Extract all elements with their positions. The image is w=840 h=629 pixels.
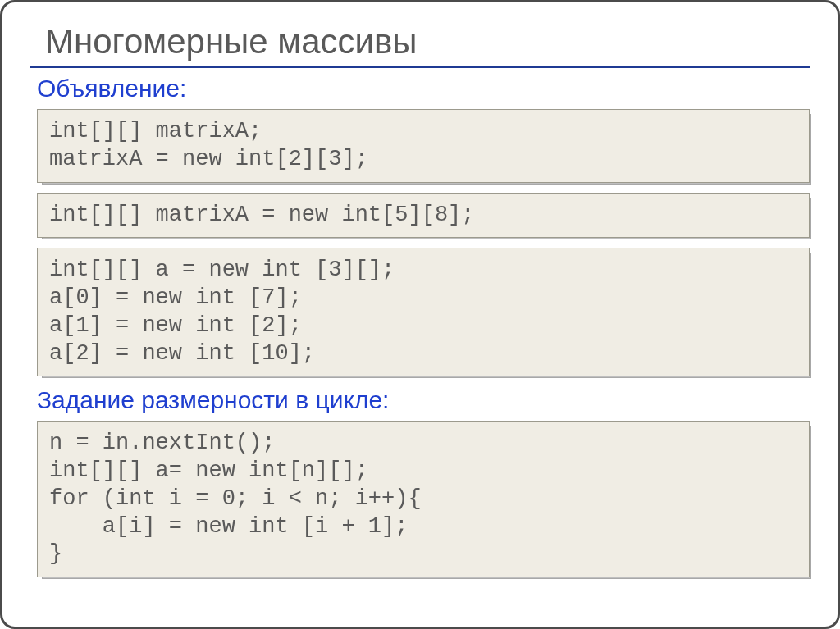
- code-block-3-wrap: int[][] a = new int [3][]; a[0] = new in…: [37, 248, 810, 376]
- code-block-3: int[][] a = new int [3][]; a[0] = new in…: [37, 248, 810, 376]
- title-divider: [30, 66, 810, 68]
- section-loop-dimension: Задание размерности в цикле:: [37, 386, 810, 414]
- code-block-4: n = in.nextInt(); int[][] a= new int[n][…: [37, 421, 810, 577]
- slide-title: Многомерные массивы: [45, 22, 810, 62]
- slide-container: Многомерные массивы Объявление: int[][] …: [0, 0, 840, 629]
- code-block-1: int[][] matrixA; matrixA = new int[2][3]…: [37, 109, 810, 183]
- code-block-2-wrap: int[][] matrixA = new int[5][8];: [37, 193, 810, 239]
- code-block-4-wrap: n = in.nextInt(); int[][] a= new int[n][…: [37, 421, 810, 577]
- code-block-1-wrap: int[][] matrixA; matrixA = new int[2][3]…: [37, 109, 810, 183]
- section-declaration: Объявление:: [37, 75, 810, 103]
- code-block-2: int[][] matrixA = new int[5][8];: [37, 193, 810, 239]
